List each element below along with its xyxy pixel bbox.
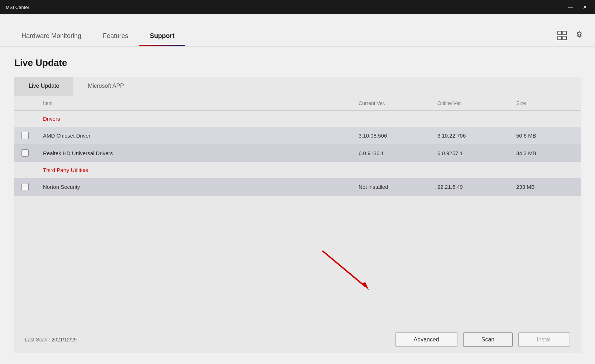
table-row: Norton Security Not installed 22.21.5.49… <box>14 178 581 196</box>
install-button[interactable]: Install <box>518 332 570 347</box>
item-current-ver-amd-chipset: 3.10.08.506 <box>359 133 437 139</box>
svg-rect-3 <box>563 36 566 40</box>
item-size-realtek-hd: 34.3 MB <box>516 150 574 156</box>
settings-icon-button[interactable] <box>574 30 584 40</box>
col-item: Item <box>43 100 359 106</box>
nav-icons <box>557 30 584 46</box>
item-online-ver-amd-chipset: 3.10.22.706 <box>437 133 516 139</box>
svg-line-5 <box>322 251 365 287</box>
tab-live-update[interactable]: Live Update <box>14 77 73 96</box>
arrow-annotation <box>315 244 394 301</box>
svg-marker-6 <box>362 282 369 290</box>
item-size-norton: 233 MB <box>516 184 574 190</box>
main-content: Live Update Live Update Microsoft APP It… <box>0 47 595 364</box>
svg-rect-1 <box>563 31 566 35</box>
item-name-amd-chipset: AMD Chipset Driver <box>43 133 359 139</box>
inner-tabs: Live Update Microsoft APP <box>14 77 581 96</box>
nav-tabs: Hardware Monitoring Features Support <box>11 27 185 46</box>
item-online-ver-norton: 22.21.5.49 <box>437 184 516 190</box>
update-table: Item Current Ver. Online Ver. Size Drive… <box>14 96 581 326</box>
item-current-ver-norton: Not installed <box>359 184 437 190</box>
item-name-norton: Norton Security <box>43 184 359 190</box>
tab-hardware-monitoring[interactable]: Hardware Monitoring <box>11 27 92 47</box>
section-drivers: Drivers <box>14 111 581 127</box>
table-header: Item Current Ver. Online Ver. Size <box>14 96 581 111</box>
bottom-actions: Advanced Scan Install <box>395 332 570 347</box>
nav-bar: Hardware Monitoring Features Support <box>0 14 595 47</box>
svg-rect-2 <box>558 36 561 40</box>
page-title: Live Update <box>14 57 581 68</box>
close-button[interactable]: ✕ <box>581 4 589 11</box>
checkbox-norton[interactable] <box>21 183 29 190</box>
item-size-amd-chipset: 50.6 MB <box>516 133 574 139</box>
scan-button[interactable]: Scan <box>463 332 513 347</box>
tab-features[interactable]: Features <box>92 27 139 47</box>
minimize-button[interactable]: — <box>566 4 575 11</box>
advanced-button[interactable]: Advanced <box>395 332 457 347</box>
item-name-realtek-hd: Realtek HD Universal Drivers <box>43 150 359 156</box>
bottom-bar: Last Scan : 2021/12/29 Advanced Scan Ins… <box>14 326 581 353</box>
col-checkbox <box>21 100 43 106</box>
table-row: Realtek HD Universal Drivers 6.0.9136.1 … <box>14 144 581 162</box>
item-online-ver-realtek-hd: 6.0.9257.1 <box>437 150 516 156</box>
last-scan-text: Last Scan : 2021/12/29 <box>25 337 77 343</box>
checkbox-realtek-hd[interactable] <box>21 149 29 157</box>
window-controls: — ✕ <box>566 4 589 11</box>
title-bar: MSI Center — ✕ <box>0 0 595 14</box>
checkbox-amd-chipset[interactable] <box>21 132 29 139</box>
grid-icon <box>557 30 567 40</box>
content-card: Live Update Microsoft APP Item Current V… <box>14 77 581 353</box>
tab-support[interactable]: Support <box>139 27 185 47</box>
table-row: AMD Chipset Driver 3.10.08.506 3.10.22.7… <box>14 127 581 144</box>
item-current-ver-realtek-hd: 6.0.9136.1 <box>359 150 437 156</box>
col-size: Size <box>516 100 574 106</box>
grid-icon-button[interactable] <box>557 30 567 40</box>
svg-rect-0 <box>558 31 561 35</box>
col-online-ver: Online Ver. <box>437 100 516 106</box>
col-current-ver: Current Ver. <box>359 100 437 106</box>
tab-microsoft-app[interactable]: Microsoft APP <box>73 77 138 96</box>
section-third-party: Third Party Utilities <box>14 162 581 178</box>
app-title: MSI Center <box>6 5 29 10</box>
gear-icon <box>574 30 584 40</box>
